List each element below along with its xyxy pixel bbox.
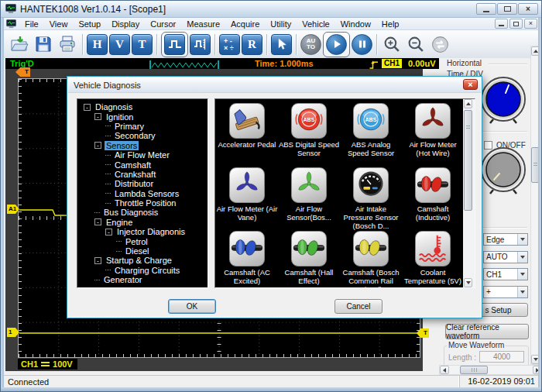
waveform-measure-button[interactable]	[190, 34, 211, 55]
save-button[interactable]	[31, 33, 55, 57]
tree-item-charging-circuits[interactable]: Charging Circuits	[77, 266, 208, 275]
sensor-item-air-flow-meter-hot-wire[interactable]: Air Flow Meter (Hot Wire)	[402, 103, 464, 167]
sensor-item-abs-digital-speed-sensor[interactable]: ABSABS Digital Speed Sensor	[278, 103, 340, 167]
tree-expander-icon[interactable]: -	[105, 229, 112, 236]
menu-display[interactable]: Display	[106, 18, 145, 29]
icon-scroll-thumb[interactable]	[464, 110, 472, 211]
tree-item-secondary[interactable]: Secondary	[77, 131, 208, 140]
clear-reference-waveform-button[interactable]: Clear reference waveform	[445, 324, 529, 339]
tree-item-diesel[interactable]: Diesel	[77, 246, 208, 256]
sensor-item-air-flow-meter-air-vane[interactable]: Air Flow Meter (Air Vane)	[216, 167, 278, 232]
sensor-item-accelerator-pedal[interactable]: Accelerator Pedal	[216, 103, 278, 167]
tree-expander-icon[interactable]: -	[94, 218, 101, 225]
trigger-slope-select[interactable]: +	[483, 286, 528, 298]
zoom-out-button[interactable]	[404, 33, 428, 57]
tree-item-sensors[interactable]: -Sensors	[77, 141, 208, 150]
horizontal-scroll-thumb[interactable]	[460, 366, 488, 374]
trigger-source-select[interactable]: CH1	[483, 268, 528, 280]
reference-channel-button[interactable]: R	[242, 34, 262, 55]
vehicle-diagnosis-dialog: Vehicle Diagnosis × -Diagnosis-IgnitionP…	[67, 76, 482, 318]
pause-acquisition-button[interactable]	[352, 34, 372, 55]
menu-file[interactable]: File	[19, 18, 44, 29]
tree-expander-icon[interactable]: -	[94, 142, 101, 149]
menu-measure[interactable]: Measure	[181, 18, 225, 29]
tree-item-lambda-sensors[interactable]: Lambda Sensors	[77, 189, 208, 198]
menu-utility[interactable]: Utility	[265, 18, 297, 29]
trigger-sweep-select[interactable]: AUTO	[483, 251, 528, 263]
close-button[interactable]: ×	[518, 3, 538, 15]
mdi-restore-button[interactable]	[509, 19, 523, 29]
time-div-knob[interactable]	[479, 74, 528, 126]
sensor-item-coolant-temperature-5v[interactable]: Coolant Temperature (5V)	[402, 231, 464, 288]
waveform-mode-button[interactable]	[164, 34, 185, 55]
menu-cursor[interactable]: Cursor	[145, 18, 181, 29]
start-acquisition-button[interactable]	[326, 34, 347, 55]
sensor-item-air-intake-pressure-sensor-bosch-d[interactable]: Air Intake Pressure Sensor (Bosch D...	[340, 167, 402, 232]
tree-item-throttle-position[interactable]: Throttle Position	[77, 198, 208, 208]
tree-item-primary[interactable]: Primary	[77, 122, 208, 131]
cursor-tool-button[interactable]	[271, 34, 292, 55]
tree-expander-icon[interactable]: -	[84, 104, 91, 111]
minimize-button[interactable]	[476, 3, 496, 15]
icon-list-scrollbar[interactable]	[463, 99, 475, 287]
tree-item-petrol[interactable]: Petrol	[77, 236, 208, 246]
scroll-left-button[interactable]	[440, 366, 449, 374]
sensor-item-camshaft-bosch-common-rail-diesel[interactable]: Camshaft (Bosch Common Rail Diesel)	[340, 231, 402, 288]
dialog-title-bar[interactable]: Vehicle Diagnosis	[68, 77, 481, 93]
dropdown-arrow-icon[interactable]	[517, 252, 527, 263]
horizontal-trigger-position-marker[interactable]: T	[15, 67, 30, 77]
self-calibration-button[interactable]	[428, 33, 452, 57]
sensor-item-abs-analog-speed-sensor[interactable]: ABSABS Analog Speed Sensor	[340, 103, 402, 167]
dialog-close-button[interactable]: ×	[463, 79, 478, 90]
tree-item-generator[interactable]: Generator	[77, 275, 208, 284]
datetime-status: 16-02-2019 09:01	[459, 376, 540, 387]
tree-item-engine[interactable]: -Engine	[77, 218, 208, 227]
tree-item-injector-diagnonis[interactable]: -Injector Diagnonis	[77, 227, 208, 236]
horizontal-setup-button[interactable]: H	[87, 34, 108, 55]
trigger-type-select[interactable]: Edge	[483, 233, 528, 246]
mdi-close-button[interactable]: ×	[524, 19, 537, 29]
tree-item-diagnosis[interactable]: -Diagnosis	[77, 102, 208, 112]
tree-item-distributor[interactable]: Distributor	[77, 179, 208, 188]
tree-item-label: Charging Circuits	[113, 266, 181, 275]
sensor-item-camshaft-inductive[interactable]: Camshaft (Inductive)	[402, 167, 464, 232]
horizontal-scrollbar[interactable]	[439, 365, 542, 375]
tree-item-camshaft[interactable]: Camshaft	[77, 160, 208, 169]
sensor-item-camshaft-hall-effect[interactable]: Camshaft (Hall Effect)	[278, 231, 340, 288]
tree-item-startup-charge[interactable]: -Startup & Charge	[77, 256, 208, 265]
auto-set-button[interactable]: AUTO	[300, 34, 321, 55]
icon-scroll-down-button[interactable]	[464, 278, 472, 287]
menu-vehicle[interactable]: Vehicle	[297, 18, 334, 29]
menu-setup[interactable]: Setup	[73, 18, 106, 29]
sensor-item-air-flow-sensor-bos[interactable]: Air Flow Sensor(Bos...	[278, 167, 340, 232]
trigger-setup-button[interactable]: T	[132, 34, 153, 55]
tree-item-label: Startup & Charge	[105, 256, 173, 265]
volts-div-knob[interactable]	[479, 145, 528, 196]
menu-acquire[interactable]: Acquire	[225, 18, 265, 29]
tree-expander-icon[interactable]: -	[94, 113, 101, 120]
mdi-minimize-button[interactable]	[495, 19, 508, 29]
tree-item-crankshaft[interactable]: Crankshaft	[77, 170, 208, 179]
print-button[interactable]	[55, 33, 79, 57]
icon-scroll-up-button[interactable]	[464, 99, 472, 108]
menu-view[interactable]: View	[44, 18, 74, 29]
length-input[interactable]: 4000	[479, 351, 524, 363]
maximize-button[interactable]	[497, 3, 517, 15]
math-channel-button[interactable]: + -× ÷	[219, 34, 240, 55]
menu-window[interactable]: Window	[335, 18, 376, 29]
dropdown-arrow-icon[interactable]	[517, 269, 527, 280]
tree-item-bus-diagnosis[interactable]: Bus Diagnosis	[77, 208, 208, 217]
sensor-item-camshaft-ac-excited[interactable]: Camshaft (AC Excited)	[216, 231, 278, 288]
cancel-button[interactable]: Cancel	[334, 299, 382, 314]
dropdown-arrow-icon[interactable]	[517, 287, 527, 297]
vertical-setup-button[interactable]: V	[109, 34, 130, 55]
zoom-in-button[interactable]	[380, 33, 404, 57]
ok-button[interactable]: OK	[168, 299, 216, 314]
dropdown-arrow-icon[interactable]	[517, 234, 527, 245]
menu-help[interactable]: Help	[376, 18, 405, 29]
tree-item-air-flow-meter[interactable]: Air Flow Meter	[77, 150, 208, 160]
tree-connector	[105, 126, 111, 126]
tree-expander-icon[interactable]: -	[94, 257, 101, 264]
tree-item-ignition[interactable]: -Ignition	[77, 112, 208, 121]
open-file-button[interactable]	[7, 33, 31, 57]
